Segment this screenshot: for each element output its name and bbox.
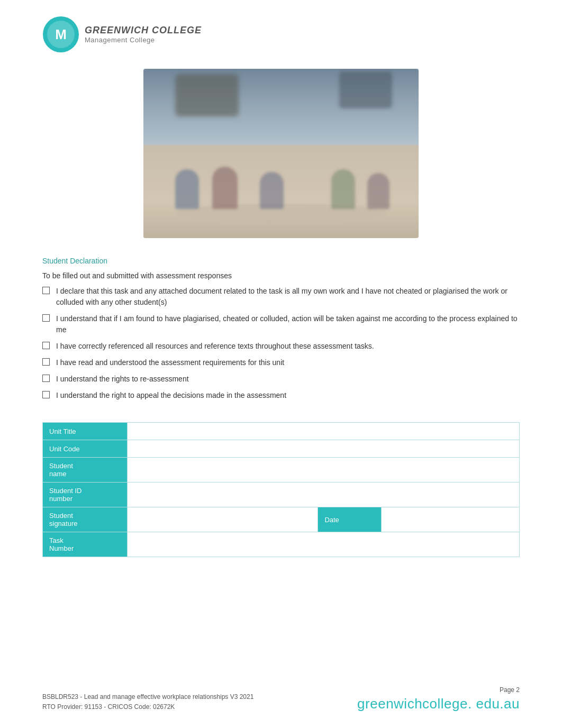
logo-text: GREENWICH COLLEGE Management College [85,25,202,44]
footer-brand-part1: greenwichcollege. [357,696,472,712]
checkbox-item-4: I have read and understood the assessmen… [42,357,520,368]
checkbox-6[interactable] [42,391,50,398]
footer-right: Page 2 greenwichcollege. edu.au [357,686,520,712]
svg-text:M: M [55,26,67,42]
table-row-unit-code: Unit Code [43,440,520,458]
table-row-student-id: Student IDnumber [43,483,520,507]
checkbox-2[interactable] [42,314,50,322]
student-signature-field[interactable] [134,516,311,524]
task-number-field[interactable] [134,541,513,549]
student-name-label: Studentname [43,458,128,483]
footer: BSBLDR523 - Lead and manage effective wo… [42,686,520,712]
task-number-label: TaskNumber [43,532,128,557]
checkbox-text-1: I declare that this task and any attache… [56,286,520,308]
section-title: Student Declaration [42,257,520,265]
checkbox-item-6: I understand the right to appeal the dec… [42,390,520,401]
date-field[interactable] [388,516,513,524]
footer-left: BSBLDR523 - Lead and manage effective wo… [42,692,253,712]
unit-code-input[interactable] [128,440,520,458]
unit-title-label: Unit Title [43,423,128,440]
header: M GREENWICH COLLEGE Management College [42,16,520,53]
footer-page: Page 2 [357,686,520,694]
table-row-student-name: Studentname [43,458,520,483]
declaration-section: Student Declaration To be filled out and… [42,257,520,401]
checkbox-1[interactable] [42,287,50,294]
footer-brand: greenwichcollege. edu.au [357,696,520,712]
form-section: Unit Title Unit Code Studentname [42,422,520,557]
table-row-unit-title: Unit Title [43,423,520,440]
student-id-field[interactable] [134,491,513,499]
date-input[interactable] [382,507,520,532]
checkbox-text-6: I understand the right to appeal the dec… [56,390,520,401]
checkbox-4[interactable] [42,358,50,366]
checkbox-text-2: I understand that if I am found to have … [56,313,520,335]
checkbox-item-1: I declare that this task and any attache… [42,286,520,308]
unit-code-label: Unit Code [43,440,128,458]
checkbox-5[interactable] [42,375,50,382]
logo-subtitle: Management College [85,36,202,44]
checkbox-text-3: I have correctly referenced all resource… [56,341,520,352]
intro-text: To be filled out and submitted with asse… [42,270,520,281]
checkbox-item-2: I understand that if I am found to have … [42,313,520,335]
student-name-field[interactable] [134,466,513,474]
checkbox-text-5: I understand the rights to re-assessment [56,374,520,385]
checkbox-item-3: I have correctly referenced all resource… [42,341,520,352]
unit-title-field[interactable] [134,427,513,435]
student-signature-input[interactable] [128,507,318,532]
student-id-label: Student IDnumber [43,483,128,507]
form-table: Unit Title Unit Code Studentname [42,422,520,557]
unit-title-input[interactable] [128,423,520,440]
task-number-input[interactable] [128,532,520,557]
footer-line2: RTO Provider: 91153 - CRICOS Code: 02672… [42,702,253,712]
footer-line1: BSBLDR523 - Lead and manage effective wo… [42,692,253,702]
logo-name: GREENWICH COLLEGE [85,25,202,36]
checkbox-item-5: I understand the rights to re-assessment [42,374,520,385]
checkbox-3[interactable] [42,342,50,349]
hero-image-container [42,69,520,238]
student-name-input[interactable] [128,458,520,483]
page-container: M GREENWICH COLLEGE Management College [0,0,562,728]
table-row-task-number: TaskNumber [43,532,520,557]
student-id-input[interactable] [128,483,520,507]
date-label: Date [318,507,382,532]
logo-icon: M [42,16,79,53]
student-signature-label: Studentsignature [43,507,128,532]
checkbox-text-4: I have read and understood the assessmen… [56,357,520,368]
footer-brand-part2: edu.au [476,696,520,712]
table-row-student-signature: Studentsignature Date [43,507,520,532]
hero-image [143,69,419,238]
unit-code-field[interactable] [134,445,513,453]
